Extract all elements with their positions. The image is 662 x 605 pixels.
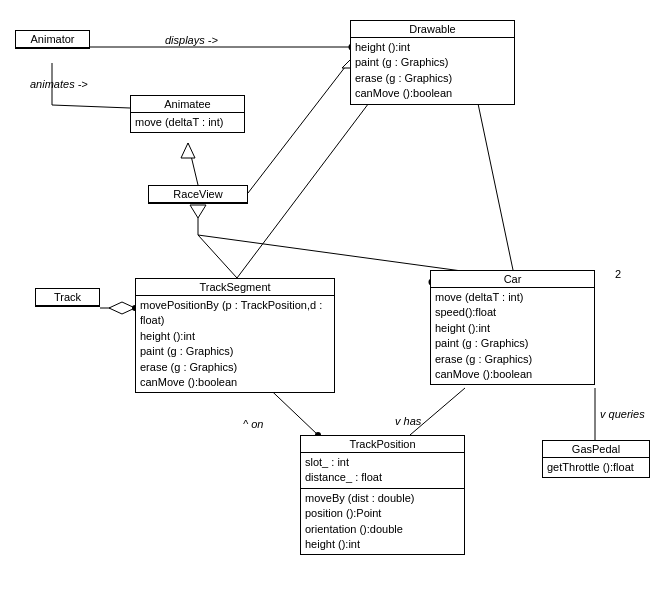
svg-marker-9	[190, 205, 206, 218]
track-class: Track	[35, 288, 100, 307]
displays-label: displays ->	[165, 34, 218, 46]
tracksegment-class: TrackSegment movePositionBy (p : TrackPo…	[135, 278, 335, 393]
svg-line-3	[52, 105, 130, 108]
tracksegment-methods: movePositionBy (p : TrackPosition,d : fl…	[136, 296, 334, 392]
on-label: ^ on	[243, 418, 263, 430]
drawable-class: Drawable height ():int paint (g : Graphi…	[350, 20, 515, 105]
track-title: Track	[36, 289, 99, 306]
svg-marker-16	[109, 302, 135, 314]
svg-line-21	[410, 388, 465, 435]
animatee-title: Animatee	[131, 96, 244, 113]
svg-line-4	[188, 143, 198, 185]
gaspedal-methods: getThrottle ():float	[543, 458, 649, 477]
queries-label: v queries	[600, 408, 645, 420]
car-methods: move (deltaT : int) speed():float height…	[431, 288, 594, 384]
drawable-methods: height ():int paint (g : Graphics) erase…	[351, 38, 514, 104]
svg-line-12	[237, 75, 390, 278]
gaspedal-class: GasPedal getThrottle ():float	[542, 440, 650, 478]
raceview-class: RaceView	[148, 185, 248, 204]
svg-marker-5	[181, 143, 195, 158]
has-label: v has	[395, 415, 421, 427]
drawable-title: Drawable	[351, 21, 514, 38]
trackposition-methods: moveBy (dist : double) position ():Point…	[301, 489, 464, 555]
animatee-class: Animatee move (deltaT : int)	[130, 95, 245, 133]
svg-line-10	[248, 58, 352, 193]
car-class: Car move (deltaT : int) speed():float he…	[430, 270, 595, 385]
trackposition-title: TrackPosition	[301, 436, 464, 453]
trackposition-class: TrackPosition slot_ : int distance_ : fl…	[300, 435, 465, 555]
car-title: Car	[431, 271, 594, 288]
trackposition-attrs: slot_ : int distance_ : float	[301, 453, 464, 489]
num2-label: 2	[615, 268, 621, 280]
animatee-methods: move (deltaT : int)	[131, 113, 244, 132]
gaspedal-title: GasPedal	[543, 441, 649, 458]
uml-diagram: displays -> animates -> 2 ^ on v has v q…	[0, 0, 662, 605]
tracksegment-title: TrackSegment	[136, 279, 334, 296]
raceview-title: RaceView	[149, 186, 247, 203]
animates-label: animates ->	[30, 78, 88, 90]
svg-line-7	[198, 235, 237, 278]
animator-class: Animator	[15, 30, 90, 49]
animator-title: Animator	[16, 31, 89, 48]
